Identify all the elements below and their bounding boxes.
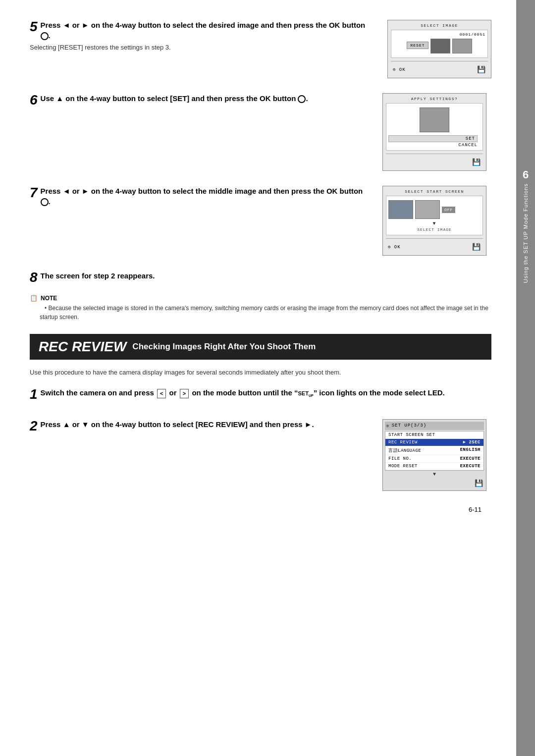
menu-row-1-label: REC REVIEW bbox=[388, 440, 418, 445]
step6-sd-icon: 💾 bbox=[472, 159, 481, 166]
step5-heading-text: Press or on the 4-way button to select t… bbox=[41, 21, 366, 40]
menu-set-icon: ⚛ bbox=[386, 423, 390, 429]
rr-step2-heading-text: Press or on the 4-way button to select [… bbox=[41, 420, 314, 429]
step5-reset-btn: RESET bbox=[407, 42, 428, 49]
step5-thumbnails: RESET bbox=[393, 39, 485, 54]
menu-row-3-label: FILE NO. bbox=[388, 456, 412, 461]
step8-heading-text: The screen for step 2 reappears. bbox=[41, 271, 155, 280]
menu-row-1-value: ► 2SEC bbox=[463, 440, 481, 445]
page-number: 6-11 bbox=[30, 506, 491, 513]
step5-row: 5 Press or on the 4-way button to select… bbox=[30, 20, 491, 78]
step6-screen: APPLY SETTINGS? SET CANCEL 💾 bbox=[382, 93, 486, 171]
note-text: • Because the selected image is stored i… bbox=[30, 304, 491, 322]
tri-up-icon2 bbox=[63, 420, 70, 429]
tab-number: 6 bbox=[523, 168, 529, 181]
step8-number: 8 bbox=[30, 270, 38, 284]
step7-sd-icon: 💾 bbox=[472, 243, 481, 251]
tri-up-icon bbox=[56, 94, 63, 103]
step7-thumb1 bbox=[388, 200, 413, 219]
main-content: 5 Press or on the 4-way button to select… bbox=[0, 0, 516, 756]
step5-subtext: Selecting [RESET] restores the settings … bbox=[30, 44, 373, 51]
step6-body: SET CANCEL bbox=[386, 103, 483, 151]
menu-row-2-label: 言語LANGUAGE bbox=[388, 447, 421, 454]
right-mode-icon: > bbox=[180, 389, 189, 398]
step6-row: 6 Use on the 4-way button to select [SET… bbox=[30, 93, 491, 171]
menu-row-4: MODE RESET EXECUTE bbox=[385, 463, 483, 470]
arrow-left-icon bbox=[63, 21, 70, 29]
rec-review-banner: REC REVIEW Checking Images Right After Y… bbox=[30, 334, 491, 360]
step7-heading-text: Press or on the 4-way button to select t… bbox=[41, 187, 363, 206]
step8-heading: 8 The screen for step 2 reappears. bbox=[30, 270, 491, 284]
ok-circle-icon3 bbox=[41, 198, 49, 206]
step7-thumbs: OFF bbox=[388, 200, 481, 219]
menu-row-3: FILE NO. EXECUTE bbox=[385, 455, 483, 463]
step6-heading-text: Use on the 4-way button to select [SET] … bbox=[41, 94, 308, 103]
menu-row-4-value: EXECUTE bbox=[460, 464, 481, 469]
rec-review-desc: Use this procedure to have the camera di… bbox=[30, 368, 491, 378]
rr-step2-text: 2 Press or on the 4-way button to select… bbox=[30, 419, 382, 436]
page-container: 5 Press or on the 4-way button to select… bbox=[0, 0, 535, 756]
step5-screen-title: SELECT IMAGE bbox=[391, 23, 488, 28]
step5-screen-body: 0001/0051 RESET bbox=[391, 30, 488, 58]
step7-thumb2 bbox=[415, 200, 440, 219]
step6-options: SET CANCEL bbox=[388, 135, 481, 148]
menu-rows: START SCREEN SET REC REVIEW ► 2SEC 言語LAN… bbox=[385, 431, 484, 471]
note-bullet-text: Because the selected image is stored in … bbox=[40, 305, 488, 321]
rr-step1-heading-text: Switch the camera on and press < or > on… bbox=[41, 388, 445, 397]
step6-set-option: SET bbox=[388, 135, 478, 142]
step6-heading: 6 Use on the 4-way button to select [SET… bbox=[30, 93, 373, 107]
rr-step1-number: 1 bbox=[30, 387, 38, 401]
rr-step2-heading: 2 Press or on the 4-way button to select… bbox=[30, 419, 373, 433]
step6-screen-title: APPLY SETTINGS? bbox=[386, 97, 483, 101]
menu-title-text: SET UP(3/3) bbox=[392, 423, 427, 428]
step7-off-badge: OFF bbox=[442, 207, 455, 213]
menu-row-0: START SCREEN SET bbox=[385, 432, 483, 439]
step7-row: 7 Press or on the 4-way button to select… bbox=[30, 186, 491, 256]
ok-circle-icon2 bbox=[298, 95, 306, 103]
step5-screen-col: SELECT IMAGE 0001/0051 RESET ⊙ OK 💾 bbox=[382, 20, 491, 78]
tri-down-icon bbox=[82, 420, 89, 429]
menu-row-2-value: ENGLISH bbox=[460, 447, 481, 454]
step5-text: 5 Press or on the 4-way button to select… bbox=[30, 20, 382, 51]
note-section: 📋 NOTE • Because the selected image is s… bbox=[30, 294, 491, 322]
step5-ok-row: ⊙ OK 💾 bbox=[391, 64, 488, 75]
step7-heading: 7 Press or on the 4-way button to select… bbox=[30, 186, 373, 207]
step7-screen-col: SELECT START SCREEN OFF ▼ SELECT IMAGE ⊙… bbox=[382, 186, 491, 256]
step5-number: 5 bbox=[30, 20, 38, 34]
step6-cancel-option: CANCEL bbox=[388, 142, 478, 148]
thumb2 bbox=[452, 39, 472, 54]
menu-row-3-value: EXECUTE bbox=[460, 456, 481, 461]
rec-review-subtitle: Checking Images Right After You Shoot Th… bbox=[132, 342, 316, 352]
left-mode-icon: < bbox=[157, 389, 166, 398]
step7-number: 7 bbox=[30, 186, 38, 200]
step6-text: 6 Use on the 4-way button to select [SET… bbox=[30, 93, 382, 110]
arrow-right-icon bbox=[82, 21, 89, 29]
step7-arrow-down: ▼ bbox=[388, 221, 481, 226]
step5-screen: SELECT IMAGE 0001/0051 RESET ⊙ OK 💾 bbox=[387, 20, 491, 78]
note-bullet: • Because the selected image is stored i… bbox=[40, 305, 488, 321]
ok-circle-icon bbox=[41, 32, 49, 40]
step6-number: 6 bbox=[30, 93, 38, 107]
arrow-right-icon2 bbox=[82, 187, 89, 195]
step6-screen-col: APPLY SETTINGS? SET CANCEL 💾 bbox=[382, 93, 491, 171]
step7-select-image: SELECT IMAGE bbox=[388, 226, 481, 233]
menu-row-2: 言語LANGUAGE ENGLISH bbox=[385, 446, 483, 455]
note-label: NOTE bbox=[41, 295, 57, 302]
note-icon: 📋 bbox=[30, 294, 38, 302]
rr-step1-heading: 1 Switch the camera on and press < or > … bbox=[30, 387, 482, 401]
note-header: 📋 NOTE bbox=[30, 294, 491, 302]
thumb1 bbox=[430, 39, 450, 54]
rec-review-title: REC REVIEW bbox=[39, 339, 126, 355]
rr-step2-row: 2 Press or on the 4-way button to select… bbox=[30, 419, 491, 491]
step7-ok-label: ⊙ OK bbox=[388, 244, 401, 250]
step7-text: 7 Press or on the 4-way button to select… bbox=[30, 186, 382, 210]
menu-arrow-down: ▼ bbox=[385, 471, 484, 478]
menu-row-1: REC REVIEW ► 2SEC bbox=[385, 439, 483, 446]
step7-ok-row: ⊙ OK 💾 bbox=[386, 242, 483, 252]
rr-step2-number: 2 bbox=[30, 419, 38, 433]
set-icon-inline: SETUP bbox=[298, 390, 314, 396]
menu-sd-icon: 💾 bbox=[475, 480, 483, 487]
step7-screen: SELECT START SCREEN OFF ▼ SELECT IMAGE ⊙… bbox=[382, 186, 486, 256]
step7-body: OFF ▼ SELECT IMAGE bbox=[386, 196, 483, 235]
step7-screen-title: SELECT START SCREEN bbox=[386, 189, 483, 194]
